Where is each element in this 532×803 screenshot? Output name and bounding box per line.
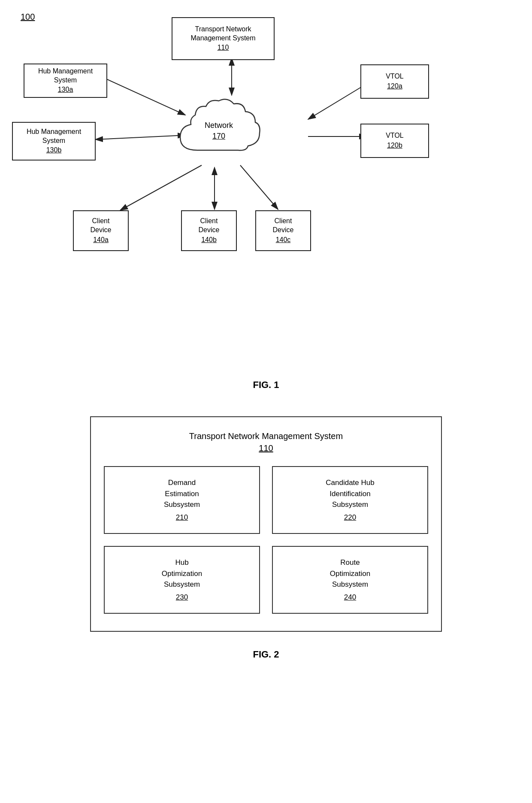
svg-line-3	[308, 84, 367, 119]
subsystem-220-box: Candidate Hub Identification Subsystem 2…	[272, 466, 428, 534]
fig1-diagram: 100	[0, 0, 532, 403]
tnms-outer-title: Transport Network Management System 110	[104, 430, 428, 454]
sub240-line2: Optimization	[330, 570, 370, 578]
fig1-caption: FIG. 1	[0, 379, 532, 391]
client-b-ref: 140b	[201, 236, 217, 245]
client-a-box: Client Device 140a	[73, 210, 129, 251]
hms-a-box: Hub Management System 130a	[24, 64, 107, 98]
svg-line-7	[120, 165, 202, 210]
client-c-label: Client	[275, 217, 292, 226]
vtol-a-box: VTOL 120a	[360, 64, 429, 99]
sub210-line1: Demand	[168, 479, 196, 487]
client-c-label2: Device	[273, 226, 294, 235]
client-b-label2: Device	[199, 226, 220, 235]
sub230-line3: Subsystem	[164, 580, 200, 588]
sub240-ref: 240	[280, 592, 420, 603]
tnms-outer-box: Transport Network Management System 110 …	[90, 416, 442, 632]
network-cloud: Network 170	[172, 94, 266, 167]
subsystem-210-box: Demand Estimation Subsystem 210	[104, 466, 260, 534]
subsystems-grid: Demand Estimation Subsystem 210 Candidat…	[104, 466, 428, 614]
sub210-ref: 210	[112, 512, 252, 523]
vtol-b-box: VTOL 120b	[360, 124, 429, 158]
fig2-diagram: Transport Network Management System 110 …	[0, 403, 532, 803]
tnms-outer-ref: 110	[104, 442, 428, 454]
vtol-a-ref: 120a	[387, 82, 402, 91]
sub220-line2: Identification	[329, 490, 370, 498]
hms-b-box: Hub Management System 130b	[12, 122, 96, 161]
hms-a-label2: System	[54, 76, 77, 85]
fig2-caption: FIG. 2	[253, 649, 279, 660]
sub210-line2: Estimation	[165, 490, 199, 498]
client-a-label: Client	[92, 217, 110, 226]
client-b-label: Client	[200, 217, 218, 226]
vtol-b-label: VTOL	[386, 131, 404, 140]
subsystem-230-box: Hub Optimization Subsystem 230	[104, 546, 260, 614]
subsystem-240-box: Route Optimization Subsystem 240	[272, 546, 428, 614]
hms-b-ref: 130b	[46, 146, 62, 155]
vtol-a-label: VTOL	[386, 72, 404, 81]
tnms-box: Transport Network Management System 110	[172, 17, 275, 60]
vtol-b-ref: 120b	[387, 141, 402, 150]
tnms-outer-title-text: Transport Network Management System	[189, 431, 343, 441]
sub230-line2: Optimization	[162, 570, 202, 578]
hms-b-label2: System	[42, 136, 65, 145]
client-a-label2: Device	[91, 226, 112, 235]
sub220-line3: Subsystem	[332, 500, 368, 509]
client-c-ref: 140c	[276, 236, 291, 245]
client-b-box: Client Device 140b	[181, 210, 237, 251]
svg-line-9	[240, 165, 278, 209]
fig1-arrows	[0, 0, 532, 403]
network-label: Network 170	[205, 120, 233, 142]
sub240-line3: Subsystem	[332, 580, 368, 588]
client-a-ref: 140a	[93, 236, 109, 245]
sub230-ref: 230	[112, 592, 252, 603]
hms-b-label: Hub Management	[27, 127, 81, 136]
sub220-ref: 220	[280, 512, 420, 523]
sub240-line1: Route	[340, 558, 360, 567]
sub210-line3: Subsystem	[164, 500, 200, 509]
hms-a-label: Hub Management	[38, 67, 93, 76]
tnms-ref: 110	[218, 43, 229, 52]
hms-a-ref: 130a	[58, 85, 73, 94]
sub230-line1: Hub	[175, 558, 188, 567]
client-c-box: Client Device 140c	[255, 210, 311, 251]
sub220-line1: Candidate Hub	[326, 479, 374, 487]
tnms-label: Transport Network	[195, 25, 251, 34]
fig1-label: 100	[21, 12, 35, 22]
tnms-label2: Management System	[190, 34, 255, 43]
